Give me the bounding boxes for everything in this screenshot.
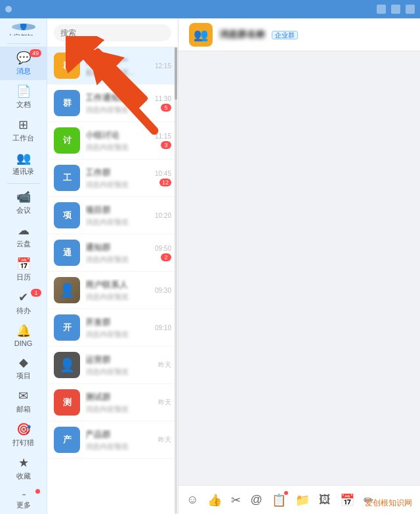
list-item[interactable]: 讨 小组讨论 消息内容预览 11:15 3 [47,122,178,160]
chat-header-tag: 企业群 [272,31,298,39]
title-bar-left [5,6,12,12]
mail-icon: ✉ [18,389,28,403]
sidebar-item-messages[interactable]: 💬 消息 49 [0,47,47,80]
sidebar-label-calendar: 日历 [16,272,31,282]
list-item[interactable]: 群 消息群组一 最新消息预览... 12:15 [47,47,178,85]
sidebar-label-more: 更多 [16,500,31,510]
sidebar-item-dadingjiu[interactable]: 🎯 打钉猎 [0,418,47,452]
scissors-button[interactable]: ✂ [231,493,241,507]
list-item[interactable]: 👤 用户联系人 消息内容预览 09:30 [47,272,178,309]
list-item[interactable]: 产 产品群 消息内容预览 昨天 [47,421,178,459]
msg-time: 10:45 [155,170,171,177]
sidebar-item-project[interactable]: ◆ 项目 [0,351,47,385]
list-item[interactable]: 开 开发群 消息内容预览 09:10 [47,309,178,347]
avatar: 👤 [54,277,80,303]
avatar[interactable]: 👤 [12,24,35,30]
avatar: 通 [54,240,80,266]
msg-time: 09:30 [155,287,171,294]
sidebar-item-meeting[interactable]: 📹 会议 [0,186,47,219]
message-panel: 群 消息群组一 最新消息预览... 12:15 群 工作通知群 消息内容预览 1… [47,18,178,514]
avatar: 开 [54,314,80,341]
sidebar-item-cloud[interactable]: ☁ 云盘 [0,219,47,253]
msg-content: 小组讨论 消息内容预览 [85,129,155,152]
msg-meta: 09:50 2 [155,245,171,261]
msg-name: 用户联系人 [85,279,155,291]
sidebar-item-calendar[interactable]: 📅 日历 [0,253,47,286]
msg-name: 工作群 [85,167,155,179]
sidebar-item-collect[interactable]: ★ 收藏 [0,452,47,485]
calendar-button[interactable]: 📅 [340,493,354,507]
messages-icon: 💬 [16,51,31,65]
msg-name: 开发群 [85,316,155,328]
msg-content: 产品群 消息内容预览 [85,429,158,452]
msg-name: 项目群 [85,204,155,216]
sidebar-item-contacts[interactable]: 👥 通讯录 [0,147,47,181]
search-input[interactable] [54,24,171,41]
msg-time: 12:15 [155,62,171,70]
list-item[interactable]: 通 通知群 消息内容预览 09:50 2 [47,234,178,272]
msg-name: 工作通知群 [85,92,155,104]
chat-name: 消息群名称 [219,29,265,39]
sidebar-item-mail[interactable]: ✉ 邮箱 [0,385,47,418]
calendar-icon: 📅 [16,257,31,271]
list-item[interactable]: 测 测试群 消息内容预览 昨天 [47,384,178,421]
avatar: 👤 [54,352,80,378]
msg-time: 10:20 [155,212,171,219]
chat-area: 👥 消息群名称 企业群 ☺ 👍 ✂ @ 📋 📁 🖼 📅 ✏ [178,18,420,514]
file-button[interactable]: 📋 [272,493,286,507]
at-button[interactable]: @ [250,493,262,507]
msg-content: 用户联系人 消息内容预览 [85,279,155,302]
msg-time: 昨天 [158,360,171,370]
list-item[interactable]: 项 项目群 消息内容预览 10:20 [47,197,178,234]
emoji-button[interactable]: ☺ [186,493,198,507]
msg-content: 项目群 消息内容预览 [85,204,155,227]
msg-content: 消息群组一 最新消息预览... [85,54,155,77]
avatar: 群 [54,53,80,79]
messages-badge: 49 [30,49,41,57]
msg-content: 测试群 消息内容预览 [85,391,158,414]
msg-preview: 消息内容预览 [85,255,155,265]
sidebar-item-more[interactable]: ··· 更多 [0,485,47,514]
msg-preview: 消息内容预览 [85,404,158,414]
folder-button[interactable]: 📁 [295,493,310,507]
msg-name: 测试群 [85,391,158,403]
close-button[interactable] [406,5,415,14]
project-icon: ◆ [19,355,28,370]
msg-name: 小组讨论 [85,129,155,141]
list-item[interactable]: 工 工作群 消息内容预览 10:45 12 [47,160,178,197]
sidebar-item-workbench[interactable]: ⊞ 工作台 [0,114,47,147]
sidebar-item-todo[interactable]: ✔ 待办 1 [0,286,47,320]
cloud-icon: ☁ [18,223,30,238]
maximize-button[interactable] [391,5,400,14]
title-bar-right [377,5,415,14]
sidebar-label-project: 项目 [16,371,31,381]
list-item[interactable]: 👤 运营群 消息内容预览 昨天 [47,347,178,384]
sidebar-item-ding[interactable]: 🔔 DING [0,320,47,351]
msg-content: 通知群 消息内容预览 [85,242,155,265]
sidebar-label-collect: 收藏 [16,471,31,481]
sidebar-label-contacts: 通讯录 [12,167,34,177]
avatar: 讨 [54,127,80,154]
more-icon: ··· [22,489,25,499]
sidebar-label-mail: 邮箱 [16,404,31,414]
more-badge-dot [35,489,40,494]
msg-badge: 2 [161,253,171,261]
avatar: 工 [54,165,80,191]
scrollbar-track[interactable] [175,47,177,514]
todo-badge: 1 [31,289,41,297]
msg-time: 09:10 [155,324,171,332]
msg-content: 工作通知群 消息内容预览 [85,92,155,115]
msg-time: 昨天 [158,398,171,407]
app-container: 👤 大家都加... 💬 消息 49 📄 文档 ⊞ 工作台 👥 通讯录 📹 会议 [0,18,420,514]
msg-name: 产品群 [85,429,158,440]
minimize-button[interactable] [377,5,386,14]
collect-icon: ★ [18,456,29,470]
like-button[interactable]: 👍 [207,493,222,507]
image-button[interactable]: 🖼 [319,493,331,507]
msg-badge: 3 [161,141,171,149]
contacts-icon: 👥 [16,151,31,165]
scrollbar-thumb[interactable] [175,47,177,100]
sidebar-label-workbench: 工作台 [12,133,34,143]
list-item[interactable]: 群 工作通知群 消息内容预览 11:30 5 [47,85,178,122]
sidebar-item-docs[interactable]: 📄 文档 [0,80,47,114]
